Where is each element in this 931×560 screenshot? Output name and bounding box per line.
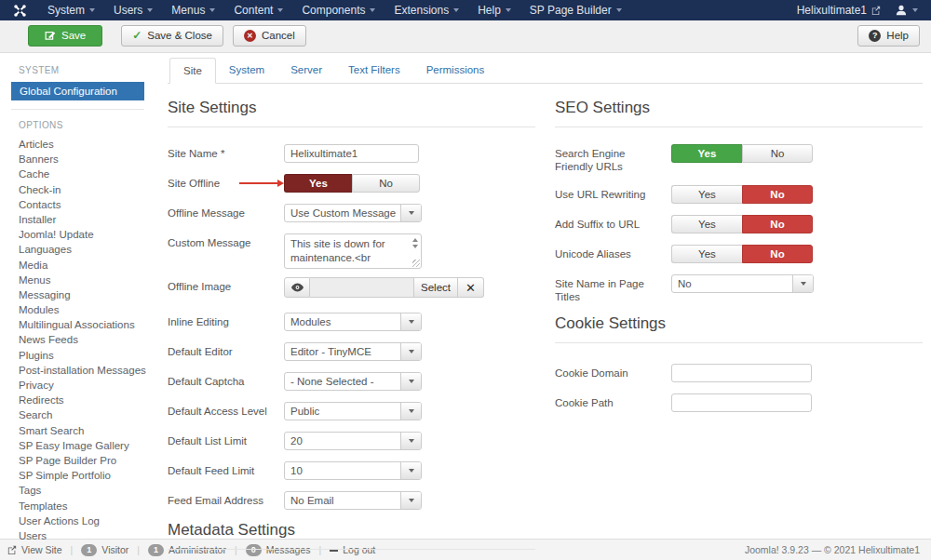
offline-message-select[interactable]: Use Custom Message <box>284 204 422 222</box>
add-suffix-yes-button[interactable]: Yes <box>671 215 742 233</box>
sidebar-item-privacy[interactable]: Privacy <box>0 378 163 393</box>
cookie-path-input[interactable] <box>671 393 812 412</box>
sidebar-item-sp-easy-image-gallery[interactable]: SP Easy Image Gallery <box>0 438 163 453</box>
sef-urls-yes-button[interactable]: Yes <box>671 144 742 163</box>
sidebar-item-articles[interactable]: Articles <box>0 137 163 152</box>
unicode-aliases-label: Unicode Aliases <box>555 245 671 263</box>
menu-sp-page-builder[interactable]: SP Page Builder <box>520 4 631 17</box>
view-site-label: View Site <box>21 544 62 555</box>
sidebar-item-installer[interactable]: Installer <box>0 212 163 227</box>
tab-text-filters[interactable]: Text Filters <box>335 58 413 84</box>
default-access-level-select[interactable]: Public <box>284 402 422 420</box>
chevron-down-icon <box>409 350 414 353</box>
site-offline-yes-button[interactable]: Yes <box>284 174 352 193</box>
chevron-down-icon <box>409 320 414 324</box>
custom-message-textarea[interactable]: This site is down for maintenance.<br />… <box>284 233 422 269</box>
custom-message-text: This site is down for maintenance.<br />… <box>290 238 385 269</box>
add-suffix-no-button[interactable]: No <box>742 215 813 233</box>
question-icon: ? <box>869 30 881 42</box>
sidebar-item-sp-simple-portfolio[interactable]: SP Simple Portfolio <box>0 468 163 483</box>
default-editor-select[interactable]: Editor - TinyMCE <box>284 342 422 361</box>
url-rewriting-row: Use URL Rewriting Yes No <box>555 185 923 204</box>
sidebar-item-check-in[interactable]: Check-in <box>0 182 163 197</box>
sidebar-item-languages[interactable]: Languages <box>0 242 163 257</box>
footer-view-site-link[interactable]: View Site <box>7 544 62 555</box>
menu-content[interactable]: Content <box>224 4 292 17</box>
config-sidebar: SYSTEM Global Configuration OPTIONS Arti… <box>0 53 163 539</box>
sidebar-item-tags[interactable]: Tags <box>0 483 163 498</box>
default-list-limit-select[interactable]: 20 <box>284 432 422 450</box>
image-clear-button[interactable]: ✕ <box>458 277 484 298</box>
sidebar-item-media[interactable]: Media <box>0 258 163 273</box>
default-list-limit-value: 20 <box>285 433 400 449</box>
sef-urls-label: Search Engine Friendly URLs <box>555 144 671 173</box>
sef-urls-row: Search Engine Friendly URLs Yes No <box>555 144 923 173</box>
check-icon: ✓ <box>132 29 142 42</box>
administrator-count-badge: 1 <box>148 544 164 556</box>
site-name-input[interactable] <box>284 144 419 163</box>
url-rewriting-no-button[interactable]: No <box>742 185 813 204</box>
image-select-button[interactable]: Select <box>414 277 458 298</box>
save-and-close-label: Save & Close <box>147 30 212 41</box>
help-button[interactable]: ? Help <box>857 25 920 47</box>
scroll-arrows-icon[interactable] <box>412 238 418 248</box>
sef-urls-no-button[interactable]: No <box>742 144 813 163</box>
menu-menus[interactable]: Menus <box>162 4 224 17</box>
tab-site[interactable]: Site <box>169 58 216 84</box>
sidebar-item-sp-page-builder-pro[interactable]: SP Page Builder Pro <box>0 453 163 468</box>
sidebar-item-banners[interactable]: Banners <box>0 152 163 167</box>
resize-handle-icon[interactable] <box>412 260 420 267</box>
view-site-link[interactable]: Helixultimate1 <box>797 4 881 17</box>
menu-sp-page-builder-label: SP Page Builder <box>530 4 612 17</box>
sidebar-item-smart-search[interactable]: Smart Search <box>0 423 163 438</box>
sidebar-item-user-actions-log[interactable]: User Actions Log <box>0 513 163 528</box>
sidebar-item-news-feeds[interactable]: News Feeds <box>0 332 163 347</box>
seo-settings-title: SEO Settings <box>555 99 923 127</box>
feed-email-address-select[interactable]: No Email <box>284 491 422 510</box>
preview-eye-button[interactable] <box>284 277 310 298</box>
sidebar-item-users[interactable]: Users <box>0 528 163 543</box>
offline-image-input[interactable] <box>310 277 414 298</box>
sidebar-item-redirects[interactable]: Redirects <box>0 393 163 407</box>
sidebar-item-multilingual-associations[interactable]: Multilingual Associations <box>0 317 163 332</box>
sidebar-item-contacts[interactable]: Contacts <box>0 197 163 212</box>
save-button[interactable]: Save <box>28 25 102 47</box>
sidebar-item-modules[interactable]: Modules <box>0 302 163 317</box>
unicode-aliases-no-button[interactable]: No <box>742 245 813 263</box>
default-captcha-select[interactable]: - None Selected - <box>284 372 422 391</box>
sidebar-item-post-installation-messages[interactable]: Post-installation Messages <box>0 363 163 378</box>
url-rewriting-yes-button[interactable]: Yes <box>671 185 742 204</box>
tab-permissions[interactable]: Permissions <box>413 58 498 84</box>
site-name-in-titles-select[interactable]: No <box>671 274 814 293</box>
default-captcha-label: Default Captcha <box>168 372 284 391</box>
user-menu[interactable] <box>896 5 918 16</box>
default-feed-limit-select[interactable]: 10 <box>284 461 422 480</box>
default-access-level-label: Default Access Level <box>168 402 284 420</box>
visitor-status[interactable]: 1 Visitor <box>81 544 128 556</box>
tab-system[interactable]: System <box>216 58 277 84</box>
sidebar-item-global-configuration[interactable]: Global Configuration <box>11 82 144 100</box>
sef-urls-toggle: Yes No <box>671 144 813 173</box>
menu-users[interactable]: Users <box>104 4 162 17</box>
sidebar-item-messaging[interactable]: Messaging <box>0 287 163 302</box>
menu-help[interactable]: Help <box>468 4 520 17</box>
chevron-down-icon <box>409 469 414 473</box>
sidebar-item-cache[interactable]: Cache <box>0 167 163 181</box>
save-and-close-button[interactable]: ✓ Save & Close <box>121 25 223 47</box>
menu-system[interactable]: System <box>38 4 104 17</box>
tab-server[interactable]: Server <box>277 58 335 84</box>
inline-editing-select[interactable]: Modules <box>284 313 422 331</box>
menu-extensions[interactable]: Extensions <box>385 4 468 17</box>
sidebar-item-plugins[interactable]: Plugins <box>0 348 163 363</box>
sidebar-item-menus[interactable]: Menus <box>0 273 163 287</box>
cancel-button[interactable]: ✕ Cancel <box>233 25 306 47</box>
menu-components[interactable]: Components <box>292 4 385 17</box>
unicode-aliases-yes-button[interactable]: Yes <box>671 245 742 263</box>
dropdown-caret-box <box>400 313 421 330</box>
sidebar-item-search[interactable]: Search <box>0 407 163 422</box>
offline-message-value: Use Custom Message <box>285 205 400 221</box>
site-offline-no-button[interactable]: No <box>352 174 420 193</box>
sidebar-item-joomla-update[interactable]: Joomla! Update <box>0 227 163 242</box>
sidebar-item-templates[interactable]: Templates <box>0 499 163 513</box>
cookie-domain-input[interactable] <box>671 364 812 382</box>
